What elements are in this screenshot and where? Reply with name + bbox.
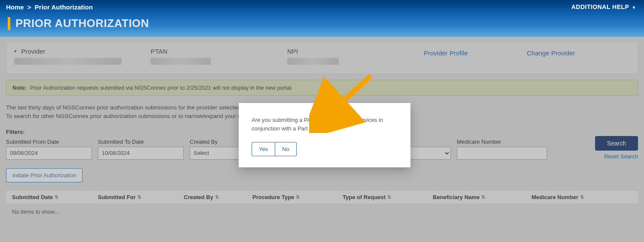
title-accent-bar [8, 17, 10, 30]
chevron-down-icon: ▾ [14, 48, 17, 54]
table-empty-message: No items to show... [6, 204, 638, 219]
breadcrumb-current: Prior Authorization [35, 3, 93, 11]
provider-label: Provider [21, 48, 45, 55]
provider-profile-link[interactable]: Provider Profile [424, 49, 468, 57]
initiate-prior-authorization-button[interactable]: Initiate Prior Authorization [6, 168, 82, 182]
submitted-from-label: Submitted From Date [6, 139, 92, 145]
col-submitted-date[interactable]: Submitted Date ⇅ [12, 194, 98, 200]
ptan-value-redacted [151, 58, 211, 65]
npi-value-redacted [287, 58, 339, 65]
provider-block[interactable]: ▾ Provider [14, 48, 151, 65]
breadcrumb-sep: > [27, 3, 31, 11]
modal-text: Are you submitting a PAR for certain OPD… [252, 116, 398, 133]
sort-icon: ⇅ [55, 194, 58, 200]
submitted-to-input[interactable] [98, 147, 184, 160]
modal-yes-button[interactable]: Yes [252, 142, 275, 156]
note-bar: Note: Prior Authorization requests submi… [6, 80, 638, 96]
submitted-to-label: Submitted To Date [98, 139, 184, 145]
sort-icon: ⇅ [481, 194, 485, 200]
modal-no-button[interactable]: No [275, 142, 297, 156]
provider-bar: ▾ Provider PTAN NPI Provider Profile Cha… [6, 41, 638, 74]
sort-icon: ⇅ [580, 194, 584, 200]
table-header-row: Submitted Date ⇅ Submitted For ⇅ Created… [6, 190, 638, 204]
additional-help-label: ADDITIONAL HELP [571, 3, 629, 10]
page-title-wrap: PRIOR AUTHORIZATION [0, 11, 644, 30]
col-medicare-number[interactable]: Medicare Number ⇅ [532, 194, 632, 200]
top-banner: Home > Prior Authorization ADDITIONAL HE… [0, 0, 644, 37]
sort-icon: ⇅ [387, 194, 391, 200]
sort-icon: ⇅ [296, 194, 300, 200]
submitted-from-input[interactable] [6, 147, 92, 160]
ptan-block: PTAN [151, 48, 287, 65]
sort-icon: ⇅ [137, 194, 141, 200]
breadcrumb: Home > Prior Authorization [0, 0, 644, 11]
note-text: Prior Authorization requests submitted v… [30, 85, 293, 91]
reset-search-link[interactable]: Reset Search [604, 153, 638, 160]
change-provider-link[interactable]: Change Provider [527, 49, 575, 57]
medicare-number-input[interactable] [457, 147, 547, 160]
ptan-label: PTAN [151, 48, 167, 55]
sort-icon: ⇅ [215, 194, 219, 200]
col-type-of-request[interactable]: Type of Request ⇅ [343, 194, 433, 200]
chevron-down-icon: ▼ [632, 5, 636, 10]
col-submitted-for[interactable]: Submitted For ⇅ [98, 194, 184, 200]
note-prefix: Note: [12, 85, 27, 91]
search-button[interactable]: Search [595, 136, 638, 151]
col-created-by[interactable]: Created By ⇅ [184, 194, 252, 200]
breadcrumb-home[interactable]: Home [6, 3, 24, 11]
medicare-number-label: Medicare Number [457, 139, 547, 145]
npi-label: NPI [287, 48, 298, 55]
page-title: PRIOR AUTHORIZATION [15, 17, 149, 30]
col-procedure-type[interactable]: Procedure Type ⇅ [252, 194, 343, 200]
col-beneficiary-name[interactable]: Beneficiary Name ⇅ [433, 194, 532, 200]
par-question-modal: Are you submitting a PAR for certain OPD… [239, 103, 410, 167]
additional-help-link[interactable]: ADDITIONAL HELP ▼ [571, 3, 636, 10]
provider-value-redacted [14, 58, 122, 65]
npi-block: NPI [287, 48, 424, 65]
